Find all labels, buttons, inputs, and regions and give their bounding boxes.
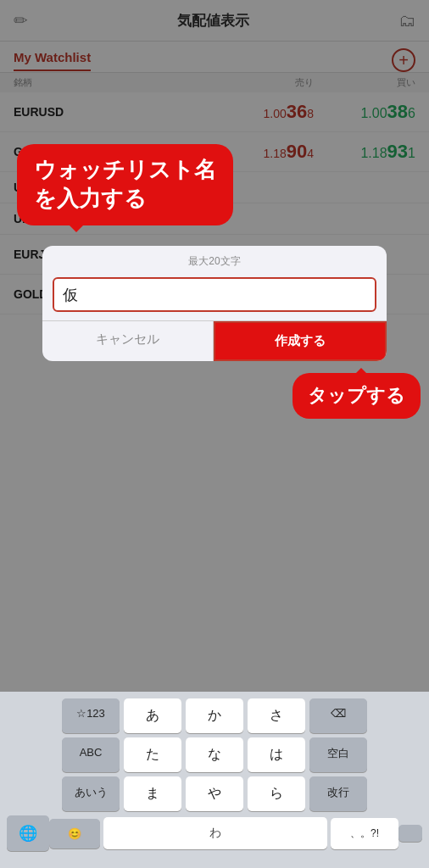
kb-key-na[interactable]: な xyxy=(186,737,243,772)
tap-callout-text: タップする xyxy=(308,383,405,409)
keyboard-row-1: ☆123 あ か さ ⌫ xyxy=(3,698,426,733)
kb-key-space[interactable]: 空白 xyxy=(309,737,367,772)
kb-key-ya[interactable]: や xyxy=(186,776,243,811)
kb-key-emoji[interactable]: 😊 xyxy=(49,819,100,849)
kb-key-aiu[interactable]: あいう xyxy=(62,776,120,811)
callout-bubble: ウォッチリスト名を入力する xyxy=(17,144,233,225)
kb-space-bar[interactable]: わ xyxy=(103,817,327,849)
watchlist-name-input-wrap xyxy=(53,277,376,312)
tap-callout: タップする xyxy=(292,373,421,419)
kb-key-return[interactable]: 改行 xyxy=(309,776,367,811)
backspace-key[interactable]: ⌫ xyxy=(309,698,367,733)
kb-key-punctuation[interactable]: 、。?! xyxy=(331,818,398,849)
keyboard-row-3: あいう ま や ら 改行 xyxy=(3,776,426,811)
callout-text: ウォッチリスト名を入力する xyxy=(34,156,216,214)
keyboard-row-2: ABC た な は 空白 xyxy=(3,737,426,772)
cancel-button[interactable]: キャンセル xyxy=(42,321,214,361)
dialog-hint: 最大20文字 xyxy=(42,246,387,272)
kb-key-abc[interactable]: ABC xyxy=(62,737,120,772)
kb-key-a[interactable]: あ xyxy=(124,698,181,733)
kb-key-123[interactable]: ☆123 xyxy=(62,698,120,733)
kb-key-ra[interactable]: ら xyxy=(248,776,305,811)
kb-key-ta[interactable]: た xyxy=(124,737,181,772)
keyboard-row-4: 🌐 😊 わ 、。?! xyxy=(3,815,426,851)
create-button[interactable]: 作成する xyxy=(214,321,387,361)
kb-key-ha[interactable]: は xyxy=(248,737,305,772)
kb-return-key[interactable] xyxy=(398,825,422,842)
kb-key-ka[interactable]: か xyxy=(186,698,243,733)
kb-globe-key[interactable]: 🌐 xyxy=(7,815,49,851)
kb-key-ma[interactable]: ま xyxy=(124,776,181,811)
create-watchlist-dialog: 最大20文字 キャンセル 作成する xyxy=(42,246,387,361)
watchlist-name-input[interactable] xyxy=(63,286,366,303)
kb-key-sa[interactable]: さ xyxy=(248,698,305,733)
keyboard: ☆123 あ か さ ⌫ ABC た な は 空白 あいう ま や ら 改行 🌐… xyxy=(0,692,429,868)
dialog-actions: キャンセル 作成する xyxy=(42,320,387,361)
